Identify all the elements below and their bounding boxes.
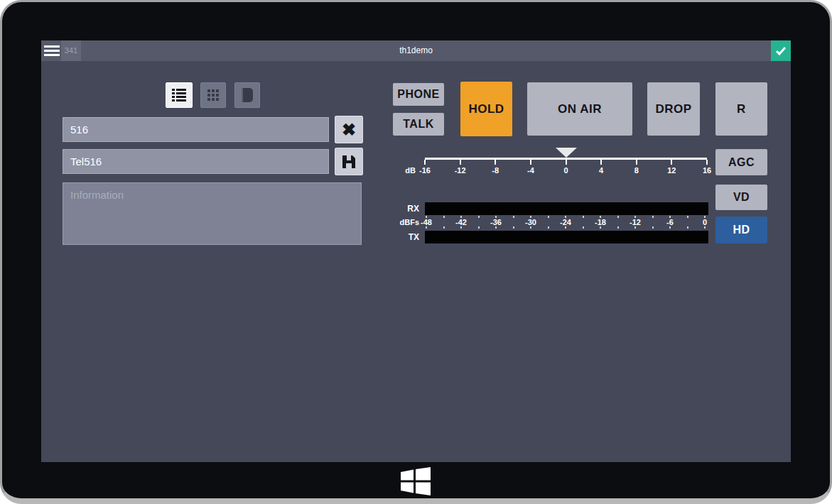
name-input[interactable] (63, 149, 329, 174)
db-tick (424, 160, 426, 165)
db-tick-label: 16 (703, 166, 711, 175)
app-title: th1demo (41, 40, 791, 61)
meter-scale-label: 0 (703, 218, 707, 226)
meter-tick (583, 216, 584, 218)
meter-tick (426, 226, 427, 229)
meter-tick (460, 226, 462, 229)
meter-tick (478, 226, 480, 229)
meter-scale: -48-42-36-30-24-18-12-60 (426, 216, 705, 229)
meter-scale-label: -48 (421, 218, 432, 226)
meter-tick (634, 226, 636, 229)
meter-tick (687, 226, 688, 229)
meter-tick (548, 226, 549, 229)
meter-tick (600, 226, 601, 229)
phonebook-view-button[interactable] (234, 82, 260, 108)
meter-tick (478, 216, 480, 218)
db-tick-label: -4 (527, 166, 534, 175)
db-tick-label: 8 (634, 166, 639, 175)
db-tick (706, 160, 708, 165)
meter-scale-label: -18 (595, 218, 606, 226)
meter-tick (669, 226, 671, 229)
meter-tick (617, 226, 619, 229)
windows-home-button[interactable] (400, 466, 431, 497)
meter-tick (495, 226, 497, 229)
list-view-button[interactable] (166, 82, 193, 108)
drop-button[interactable]: DROP (647, 82, 700, 136)
meter-tick (617, 216, 619, 218)
hold-button[interactable]: HOLD (460, 82, 512, 136)
meter-tick (443, 216, 445, 218)
db-tick-label: 4 (599, 166, 603, 175)
talk-button[interactable]: TALK (393, 113, 444, 136)
agc-button[interactable]: AGC (715, 149, 767, 175)
meter-tick (687, 216, 688, 218)
meter-tick (652, 216, 654, 218)
gain-slider: -16-12-8-40481216 (425, 148, 707, 179)
meter-scale-label: -6 (666, 218, 674, 226)
vd-button[interactable]: VD (715, 185, 767, 210)
meter-scale-label: -36 (490, 218, 502, 226)
db-tick (460, 160, 461, 165)
on-air-button[interactable]: ON AIR (527, 82, 632, 136)
phonebook-icon (241, 88, 254, 102)
db-tick-label: 0 (563, 166, 568, 175)
meter-tick (513, 226, 514, 229)
meter-unit-label: dBFs (387, 218, 419, 226)
grid-view-button[interactable] (200, 82, 226, 108)
hd-button[interactable]: HD (715, 217, 767, 243)
db-tick-label: -16 (419, 166, 431, 175)
clear-button[interactable]: ✖ (335, 116, 363, 143)
db-tick-label: -12 (455, 166, 466, 175)
phone-button[interactable]: PHONE (393, 83, 444, 106)
tx-meter (425, 231, 708, 243)
number-input[interactable] (63, 117, 329, 142)
db-tick-label: -8 (492, 166, 499, 175)
meter-tick (530, 226, 531, 229)
check-icon (775, 46, 787, 56)
gain-unit-label: dB (389, 166, 416, 175)
windows-logo-icon (400, 466, 431, 496)
rx-meter-label: RX (393, 204, 419, 214)
confirm-button[interactable] (771, 40, 791, 61)
page: 341 th1demo (0, 0, 832, 504)
tx-meter-label: TX (393, 232, 419, 242)
db-tick (600, 160, 602, 165)
db-tick (495, 160, 496, 165)
db-tick (566, 160, 567, 165)
meter-tick (583, 226, 584, 229)
clear-x-icon: ✖ (342, 121, 356, 138)
meter-scale-label: -12 (630, 218, 641, 226)
gain-slider-thumb[interactable] (556, 148, 577, 158)
titlebar: 341 th1demo (41, 40, 791, 61)
rx-meter (425, 202, 708, 215)
meter-tick (565, 226, 566, 229)
db-tick (530, 160, 531, 165)
save-floppy-icon (342, 155, 356, 169)
meter-tick (443, 226, 445, 229)
meter-scale-label: -30 (525, 218, 536, 226)
meter-scale-label: -42 (455, 218, 467, 226)
app-screen: 341 th1demo (41, 40, 791, 462)
meter-scale-label: -24 (560, 218, 571, 226)
list-view-icon (171, 89, 187, 102)
db-tick (636, 160, 637, 165)
meter-tick (652, 226, 654, 229)
db-tick (671, 160, 672, 165)
meter-tick (513, 216, 514, 218)
db-tick-label: 12 (667, 166, 676, 175)
grid-view-icon (207, 89, 220, 102)
meter-tick (704, 226, 706, 229)
meter-tick (548, 216, 549, 218)
information-textarea[interactable] (63, 182, 362, 245)
save-button[interactable] (335, 148, 363, 175)
r-button[interactable]: R (715, 82, 767, 136)
